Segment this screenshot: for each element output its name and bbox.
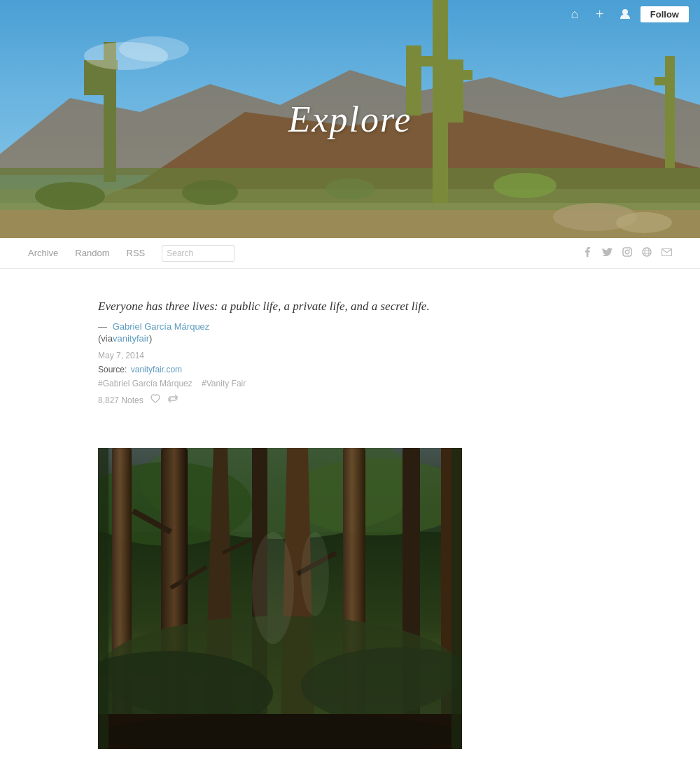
svg-point-8	[616, 212, 672, 233]
secondary-nav: Archive Random RSS	[0, 238, 700, 269]
svg-rect-57	[98, 448, 108, 749]
social-icons	[583, 247, 672, 260]
post-tags: #Gabriel García Márquez #Vanity Fair	[98, 379, 602, 388]
facebook-icon[interactable]	[583, 247, 592, 260]
svg-rect-27	[623, 248, 631, 256]
instagram-icon[interactable]	[622, 247, 632, 260]
post-image-container	[98, 448, 602, 749]
tag1[interactable]: #Gabriel García Márquez	[98, 379, 192, 388]
svg-point-20	[35, 182, 105, 210]
svg-rect-17	[448, 59, 463, 122]
forest-image-svg	[98, 448, 462, 749]
secondary-nav-left: Archive Random RSS	[28, 245, 234, 262]
svg-point-55	[252, 532, 294, 644]
post-via: (viavanityfair)	[98, 333, 602, 344]
svg-point-28	[625, 250, 629, 254]
hero-section: ⌂ + Follow Explore	[0, 0, 700, 238]
twitter-icon[interactable]	[602, 247, 612, 259]
source-label: Source:	[98, 365, 127, 374]
svg-point-21	[182, 180, 238, 205]
top-bar: ⌂ + Follow	[0, 0, 700, 28]
svg-point-29	[629, 248, 630, 249]
mail-icon[interactable]	[662, 247, 672, 259]
search-wrap[interactable]	[162, 245, 234, 262]
svg-point-37	[287, 458, 462, 535]
search-input[interactable]	[167, 248, 230, 258]
svg-point-22	[326, 178, 374, 199]
svg-rect-19	[654, 77, 665, 85]
via-suffix: )	[149, 333, 152, 344]
reblog-icon[interactable]	[167, 394, 178, 406]
svg-point-25	[119, 36, 189, 62]
tag2[interactable]: #Vanity Fair	[202, 379, 246, 388]
svg-rect-13	[433, 0, 448, 203]
plus-icon[interactable]: +	[590, 4, 610, 24]
svg-point-26	[622, 9, 628, 15]
main-content: Everyone has three lives: a public life,…	[84, 269, 616, 772]
dribbble-icon[interactable]	[642, 247, 652, 260]
follow-button[interactable]: Follow	[640, 6, 689, 22]
svg-point-31	[645, 248, 649, 256]
nav-rss[interactable]: RSS	[127, 248, 146, 258]
post-attribution: — Gabriel García Márquez	[98, 321, 602, 332]
user-icon[interactable]	[615, 4, 635, 24]
author-link[interactable]: Gabriel García Márquez	[113, 321, 210, 332]
source-link[interactable]: vanityfair.com	[131, 365, 182, 374]
via-link[interactable]: vanityfair	[113, 333, 149, 344]
like-icon[interactable]	[150, 394, 160, 406]
post-date: May 7, 2014	[98, 351, 602, 360]
svg-rect-15	[406, 45, 421, 115]
post-footer: 8,827 Notes	[98, 394, 602, 406]
svg-point-30	[643, 248, 651, 256]
post-source: Source: vanityfair.com	[98, 365, 602, 374]
via-prefix: (via	[98, 333, 113, 344]
svg-point-23	[493, 173, 556, 198]
post-quote: Everyone has three lives: a public life,…	[98, 297, 602, 406]
post-notes: 8,827 Notes	[98, 395, 144, 405]
svg-rect-58	[451, 448, 462, 749]
nav-archive[interactable]: Archive	[28, 248, 58, 258]
attribution-dash: —	[98, 321, 107, 332]
post-image[interactable]	[98, 448, 462, 749]
home-icon[interactable]: ⌂	[565, 4, 584, 24]
svg-rect-18	[665, 56, 675, 168]
post-quote-text: Everyone has three lives: a public life,…	[98, 297, 602, 316]
svg-point-56	[301, 532, 329, 616]
nav-random[interactable]: Random	[75, 248, 109, 258]
